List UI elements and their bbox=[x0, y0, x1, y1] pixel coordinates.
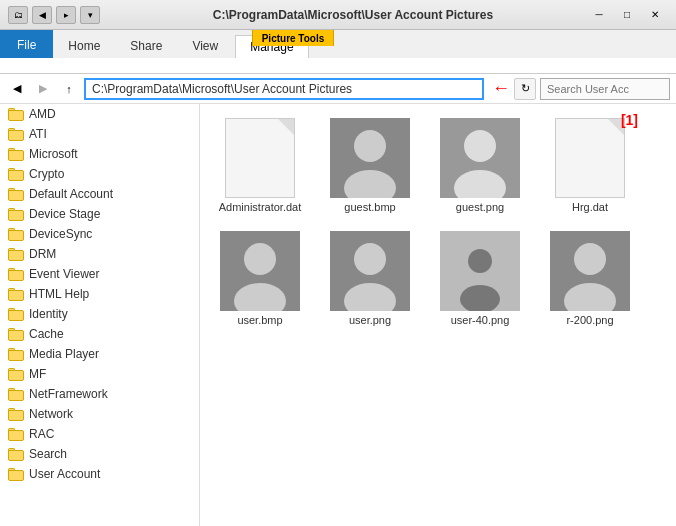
sidebar-item-search[interactable]: Search bbox=[0, 444, 199, 464]
file-r-200-png[interactable]: r-200.png bbox=[540, 227, 640, 330]
folder-icon bbox=[8, 188, 24, 201]
folder-icon bbox=[8, 168, 24, 181]
file-user-png[interactable]: user.png bbox=[320, 227, 420, 330]
svg-point-13 bbox=[468, 249, 492, 273]
window-icon: 🗂 bbox=[8, 6, 28, 24]
folder-icon bbox=[8, 308, 24, 321]
folder-icon bbox=[8, 368, 24, 381]
back-quick[interactable]: ◀ bbox=[32, 6, 52, 24]
folder-icon bbox=[8, 428, 24, 441]
folder-icon bbox=[8, 448, 24, 461]
file-guest-png[interactable]: guest.png bbox=[430, 114, 530, 217]
file-thumb bbox=[550, 231, 630, 311]
sidebar-item-network[interactable]: Network bbox=[0, 404, 199, 424]
folder-icon bbox=[8, 248, 24, 261]
title-bar: 🗂 ◀ ▸ ▾ C:\ProgramData\Microsoft\User Ac… bbox=[0, 0, 676, 30]
file-hrg-dat[interactable]: [1] Hrg.dat bbox=[540, 114, 640, 217]
file-name: r-200.png bbox=[566, 314, 613, 326]
menu-quick[interactable]: ▾ bbox=[80, 6, 100, 24]
sidebar-item-media-player[interactable]: Media Player bbox=[0, 344, 199, 364]
file-administrator-dat[interactable]: Administrator.dat bbox=[210, 114, 310, 217]
folder-icon bbox=[8, 128, 24, 141]
maximize-button[interactable]: □ bbox=[614, 6, 640, 24]
arrow-annotation: ← bbox=[492, 78, 510, 99]
folder-icon bbox=[8, 288, 24, 301]
doc-fold bbox=[278, 119, 294, 135]
file-user-bmp[interactable]: user.bmp bbox=[210, 227, 310, 330]
file-thumb bbox=[550, 118, 630, 198]
file-thumb bbox=[220, 118, 300, 198]
sidebar-item-amd[interactable]: AMD bbox=[0, 104, 199, 124]
sidebar-item-devicesync[interactable]: DeviceSync bbox=[0, 224, 199, 244]
folder-icon bbox=[8, 268, 24, 281]
sidebar-item-event-viewer[interactable]: Event Viewer bbox=[0, 264, 199, 284]
address-bar[interactable]: C:\ProgramData\Microsoft\User Account Pi… bbox=[84, 78, 484, 100]
avatar-svg bbox=[330, 231, 410, 311]
avatar-svg bbox=[440, 231, 520, 311]
file-thumb bbox=[330, 231, 410, 311]
folder-icon bbox=[8, 328, 24, 341]
minimize-button[interactable]: ─ bbox=[586, 6, 612, 24]
sidebar-item-crypto[interactable]: Crypto bbox=[0, 164, 199, 184]
avatar-svg bbox=[550, 231, 630, 311]
ribbon-tabs-row: File Home Share View Manage bbox=[0, 30, 676, 58]
file-name: user.bmp bbox=[237, 314, 282, 326]
folder-icon bbox=[8, 148, 24, 161]
svg-point-10 bbox=[354, 243, 386, 275]
sidebar-item-ati[interactable]: ATI bbox=[0, 124, 199, 144]
close-button[interactable]: ✕ bbox=[642, 6, 668, 24]
svg-point-16 bbox=[574, 243, 606, 275]
file-thumb bbox=[330, 118, 410, 198]
svg-point-1 bbox=[354, 130, 386, 162]
sidebar-item-device-stage[interactable]: Device Stage bbox=[0, 204, 199, 224]
doc-icon bbox=[225, 118, 295, 198]
fwd-quick[interactable]: ▸ bbox=[56, 6, 76, 24]
refresh-button[interactable]: ↻ bbox=[514, 78, 536, 100]
tab-home[interactable]: Home bbox=[53, 32, 115, 58]
sidebar-item-user-account[interactable]: User Account bbox=[0, 464, 199, 484]
sidebar-item-identity[interactable]: Identity bbox=[0, 304, 199, 324]
sidebar-item-html-help[interactable]: HTML Help bbox=[0, 284, 199, 304]
tab-share[interactable]: Share bbox=[115, 32, 177, 58]
sidebar-item-drm[interactable]: DRM bbox=[0, 244, 199, 264]
up-button[interactable]: ↑ bbox=[58, 78, 80, 100]
file-name: user-40.png bbox=[451, 314, 510, 326]
annotation-label: [1] bbox=[621, 112, 638, 128]
folder-icon bbox=[8, 468, 24, 481]
address-bar-text: C:\ProgramData\Microsoft\User Account Pi… bbox=[92, 82, 476, 96]
file-name: guest.png bbox=[456, 201, 504, 213]
sidebar-item-rac[interactable]: RAC bbox=[0, 424, 199, 444]
file-area: Administrator.dat guest.bmp bbox=[200, 104, 676, 526]
tab-file[interactable]: File bbox=[0, 30, 53, 58]
folder-icon bbox=[8, 108, 24, 121]
svg-point-4 bbox=[464, 130, 496, 162]
file-name: guest.bmp bbox=[344, 201, 395, 213]
folder-icon bbox=[8, 208, 24, 221]
file-thumb bbox=[440, 118, 520, 198]
search-input[interactable] bbox=[540, 78, 670, 100]
folder-icon bbox=[8, 408, 24, 421]
main-area: AMD ATI Microsoft Crypto Default Account… bbox=[0, 104, 676, 526]
file-guest-bmp[interactable]: guest.bmp bbox=[320, 114, 420, 217]
svg-point-7 bbox=[244, 243, 276, 275]
folder-icon bbox=[8, 348, 24, 361]
sidebar-item-microsoft[interactable]: Microsoft bbox=[0, 144, 199, 164]
avatar-svg bbox=[330, 118, 410, 198]
forward-button[interactable]: ▶ bbox=[32, 78, 54, 100]
nav-bar: ◀ ▶ ↑ C:\ProgramData\Microsoft\User Acco… bbox=[0, 74, 676, 104]
file-user-40-png[interactable]: user-40.png bbox=[430, 227, 530, 330]
file-name: Administrator.dat bbox=[219, 201, 302, 213]
sidebar-item-cache[interactable]: Cache bbox=[0, 324, 199, 344]
window: 🗂 ◀ ▸ ▾ C:\ProgramData\Microsoft\User Ac… bbox=[0, 0, 676, 526]
sidebar-item-mf[interactable]: MF bbox=[0, 364, 199, 384]
tab-view[interactable]: View bbox=[177, 32, 233, 58]
sidebar: AMD ATI Microsoft Crypto Default Account… bbox=[0, 104, 200, 526]
folder-icon bbox=[8, 228, 24, 241]
back-button[interactable]: ◀ bbox=[6, 78, 28, 100]
file-name: Hrg.dat bbox=[572, 201, 608, 213]
sidebar-item-default-account[interactable]: Default Account bbox=[0, 184, 199, 204]
title-bar-text: C:\ProgramData\Microsoft\User Account Pi… bbox=[100, 8, 586, 22]
doc-icon bbox=[555, 118, 625, 198]
avatar-svg bbox=[220, 231, 300, 311]
sidebar-item-netframework[interactable]: NetFramework bbox=[0, 384, 199, 404]
